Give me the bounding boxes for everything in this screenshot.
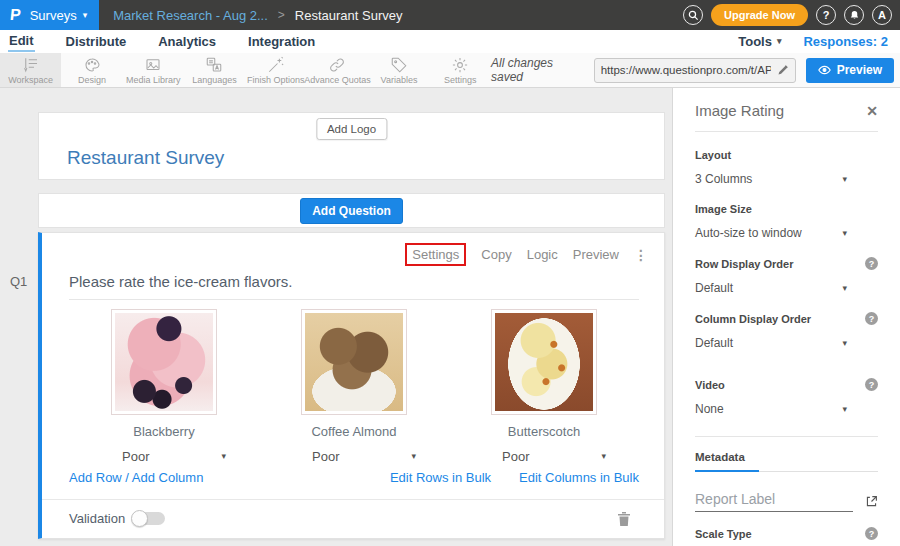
question-settings-panel: Image Rating ✕ Layout 3 Columns ▾ Image … [672, 88, 900, 546]
item-label[interactable]: Blackberry [133, 424, 194, 439]
rating-column-blackberry: Blackberry Poor ▾ [69, 309, 259, 464]
more-options-icon[interactable]: ⋮ [634, 247, 648, 263]
toolbar-item-design[interactable]: Design [61, 53, 122, 87]
tab-edit[interactable]: Edit [8, 31, 35, 52]
question-copy-button[interactable]: Copy [481, 247, 511, 262]
select-value: Default [695, 281, 733, 295]
tab-metadata[interactable]: Metadata [695, 451, 759, 472]
add-question-button[interactable]: Add Question [300, 198, 403, 224]
image-size-select[interactable]: Auto-size to window ▾ [695, 226, 847, 240]
toolbar-item-workspace[interactable]: Workspace [0, 53, 61, 87]
rating-value: Poor [502, 449, 529, 464]
rating-value: Poor [312, 449, 339, 464]
toggle-knob [131, 510, 148, 527]
blackberry-ice-cream-photo [115, 313, 213, 411]
item-label[interactable]: Coffee Almond [311, 424, 396, 439]
toolbar-item-finish-options[interactable]: Finish Options [245, 53, 306, 87]
layout-select[interactable]: 3 Columns ▾ [695, 172, 847, 186]
field-image-size: Image Size Auto-size to window ▾ [695, 203, 878, 240]
breadcrumb-folder[interactable]: Market Research - Aug 2... [113, 8, 268, 23]
upgrade-now-button[interactable]: Upgrade Now [711, 4, 808, 26]
surveys-menu-label: Surveys [30, 8, 77, 23]
questionpro-logo[interactable]: P [9, 6, 22, 24]
toolbar-item-media-library[interactable]: Media Library [123, 53, 184, 87]
tab-analytics[interactable]: Analytics [157, 32, 217, 51]
preview-button[interactable]: Preview [806, 58, 894, 83]
report-label-input[interactable] [695, 489, 853, 512]
expand-button[interactable] [865, 495, 878, 512]
toolbar-label: Variables [381, 75, 418, 85]
row-display-order-select[interactable]: Default ▾ [695, 281, 847, 295]
edit-columns-bulk-link[interactable]: Edit Columns in Bulk [519, 470, 639, 485]
add-logo-button[interactable]: Add Logo [316, 118, 387, 140]
chevron-down-icon: ▾ [601, 452, 606, 461]
top-bar: P Surveys ▾ Market Research - Aug 2... >… [0, 0, 900, 30]
rating-dropdown-butterscotch[interactable]: Poor ▾ [502, 449, 606, 464]
coffee-almond-image[interactable] [301, 309, 407, 415]
question-logic-button[interactable]: Logic [527, 247, 558, 262]
toolbar-item-advance-quotas[interactable]: Advance Quotas [306, 53, 368, 87]
rating-column-butterscotch: Butterscotch Poor ▾ [449, 309, 639, 464]
help-button[interactable]: ? [816, 5, 836, 25]
question-text[interactable]: Please rate the ice-cream flavors. [69, 273, 292, 290]
field-label: Row Display Order [695, 258, 793, 270]
chevron-down-icon: ▾ [411, 452, 416, 461]
select-value: Auto-size to window [695, 226, 802, 240]
search-button[interactable] [683, 5, 703, 25]
question-preview-button[interactable]: Preview [573, 247, 619, 262]
question-settings-button[interactable]: Settings [405, 243, 466, 266]
butterscotch-image[interactable] [491, 309, 597, 415]
scale-type-label: Scale Type [695, 528, 752, 540]
close-icon[interactable]: ✕ [866, 103, 878, 119]
toolbar-item-languages[interactable]: Languages [184, 53, 245, 87]
survey-title[interactable]: Restaurant Survey [67, 147, 224, 169]
field-row-display-order: Row Display Order ? Default ▾ [695, 257, 878, 295]
toolbar-item-variables[interactable]: Variables [368, 53, 429, 87]
survey-editor: Add Logo Restaurant Survey Add Question … [0, 88, 672, 546]
field-label: Video [695, 379, 725, 391]
toolbar-label: Finish Options [247, 75, 305, 85]
report-label-row [695, 489, 878, 512]
edit-rows-bulk-link[interactable]: Edit Rows in Bulk [390, 470, 491, 485]
notifications-button[interactable] [844, 5, 864, 25]
rating-value: Poor [122, 449, 149, 464]
item-label[interactable]: Butterscotch [508, 424, 580, 439]
help-icon[interactable]: ? [865, 527, 878, 540]
responses-count[interactable]: Responses: 2 [803, 34, 888, 49]
butterscotch-ice-cream-photo [495, 313, 593, 411]
brand-area: P Surveys ▾ [0, 0, 99, 30]
column-display-order-select[interactable]: Default ▾ [695, 336, 847, 350]
validation-toggle[interactable] [133, 512, 165, 525]
help-icon[interactable]: ? [865, 257, 878, 270]
rating-dropdown-blackberry[interactable]: Poor ▾ [122, 449, 226, 464]
tab-integration[interactable]: Integration [247, 32, 316, 51]
question-card[interactable]: Settings Copy Logic Preview ⋮ Please rat… [38, 232, 665, 539]
expand-icon [865, 495, 878, 508]
help-icon[interactable]: ? [865, 378, 878, 391]
survey-url-box [594, 58, 796, 83]
tab-distribute[interactable]: Distribute [65, 32, 128, 51]
tools-menu[interactable]: Tools ▾ [738, 34, 781, 49]
gear-icon [451, 56, 469, 74]
blackberry-image[interactable] [111, 309, 217, 415]
help-icon[interactable]: ? [865, 312, 878, 325]
image-rating-grid: Blackberry Poor ▾ Coffee Almond Poor [69, 309, 639, 464]
survey-url-input[interactable] [601, 64, 771, 76]
pencil-icon[interactable] [777, 64, 789, 76]
avatar[interactable]: A [872, 5, 892, 25]
scale-type-row: Scale Type ? [695, 527, 878, 540]
toolbar-item-settings[interactable]: Settings [430, 53, 491, 87]
add-row-column-link[interactable]: Add Row / Add Column [69, 470, 203, 485]
toolbar-label: Languages [192, 75, 237, 85]
tools-label: Tools [738, 34, 772, 49]
survey-header-card: Add Logo Restaurant Survey [38, 112, 665, 180]
chevron-down-icon: ▾ [842, 339, 847, 348]
field-label: Layout [695, 149, 731, 161]
delete-question-button[interactable] [617, 511, 631, 527]
surveys-menu[interactable]: Surveys ▾ [30, 8, 88, 23]
topbar-actions: Upgrade Now ? A [683, 4, 900, 26]
field-label: Column Display Order [695, 313, 811, 325]
chevron-down-icon: ▾ [221, 452, 226, 461]
video-select[interactable]: None ▾ [695, 402, 847, 416]
rating-dropdown-coffee-almond[interactable]: Poor ▾ [312, 449, 416, 464]
